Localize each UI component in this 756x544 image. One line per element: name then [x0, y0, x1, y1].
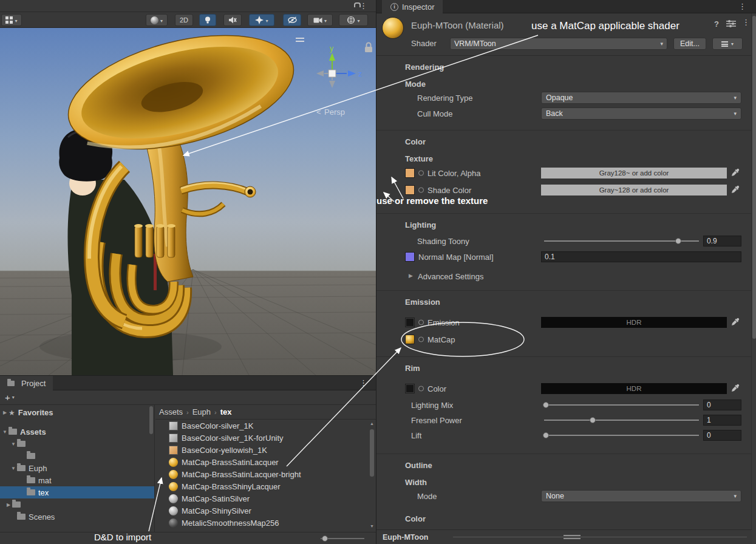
expander-icon[interactable]	[10, 466, 17, 471]
eyedropper-icon[interactable]	[731, 384, 741, 393]
file-item[interactable]: BaseColor-yellowish_1K	[155, 444, 369, 456]
material-preview-footer[interactable]: Euph-MToon	[376, 529, 752, 544]
tree-item-euph[interactable]: Euph	[0, 462, 154, 474]
foldout-arrow-icon[interactable]	[409, 273, 413, 279]
lit-color-field[interactable]: Gray128~ or add color	[541, 168, 727, 178]
shader-dropdown[interactable]: VRM/MToon	[450, 38, 667, 50]
matcap-texture-swatch[interactable]	[405, 335, 415, 344]
file-item[interactable]: BaseColor-silver_1K	[155, 420, 369, 432]
object-picker-icon[interactable]	[418, 337, 424, 342]
gizmos-toggle-button[interactable]	[339, 14, 368, 26]
gizmo-center-cube[interactable]	[329, 70, 336, 77]
rendering-type-dropdown[interactable]: Opaque	[541, 92, 741, 104]
file-item[interactable]: MatCap-SatinSilver	[155, 492, 369, 505]
object-picker-icon[interactable]	[418, 320, 424, 325]
slider-knob[interactable]	[675, 238, 681, 244]
icon-size-slider[interactable]	[321, 538, 364, 539]
slider-knob[interactable]	[543, 432, 549, 438]
tree-item-tex[interactable]: tex	[0, 486, 154, 498]
object-picker-icon[interactable]	[418, 188, 424, 193]
lift-field[interactable]: 0	[703, 430, 741, 441]
shader-menu-button[interactable]	[712, 38, 743, 50]
object-picker-icon[interactable]	[418, 171, 424, 176]
fresnel-power-slider[interactable]	[544, 412, 699, 427]
eyedropper-icon[interactable]	[731, 185, 741, 195]
shading-toony-slider[interactable]	[544, 233, 699, 249]
material-kebab-menu-icon[interactable]	[742, 18, 750, 26]
tree-item-folder[interactable]	[0, 498, 154, 511]
advanced-settings-row[interactable]: Advanced Settings	[376, 270, 752, 283]
object-picker-icon[interactable]	[418, 386, 424, 392]
slider-knob[interactable]	[543, 402, 549, 408]
tab-inspector[interactable]: Inspector	[382, 0, 443, 13]
lighting-toggle-button[interactable]	[199, 14, 216, 26]
file-item[interactable]: MatCap-BrassSatinLacquer-bright	[155, 468, 369, 480]
effects-toggle-button[interactable]	[249, 14, 274, 26]
persp-toggle-icon[interactable]: <	[316, 107, 321, 117]
breadcrumb-assets[interactable]: Assets	[159, 407, 183, 416]
shade-color-field[interactable]: Gray~128 or add color	[541, 185, 727, 195]
fresnel-power-field[interactable]: 1	[703, 415, 741, 426]
file-list-scrollbar-thumb[interactable]	[370, 429, 374, 477]
shading-toony-field[interactable]: 0.9	[703, 236, 741, 246]
icon-size-slider-knob[interactable]	[322, 536, 328, 542]
eyedropper-icon[interactable]	[731, 318, 741, 327]
file-list-scrollbar[interactable]	[369, 421, 375, 529]
tool-settings-button[interactable]	[1, 14, 22, 26]
lighting-mix-slider[interactable]	[544, 397, 699, 412]
expander-icon[interactable]	[1, 429, 9, 435]
inspector-scrollbar[interactable]	[751, 13, 756, 544]
scene-visibility-button[interactable]	[283, 14, 301, 26]
2d-toggle-button[interactable]: 2D	[175, 14, 193, 26]
tree-item-mat[interactable]: mat	[0, 474, 154, 486]
inspector-scrollbar-thumb[interactable]	[752, 16, 756, 339]
project-kebab-menu-icon[interactable]	[359, 379, 367, 387]
persp-label[interactable]: Persp	[324, 107, 345, 117]
lighting-mix-field[interactable]: 0	[703, 399, 741, 410]
preview-drag-handle[interactable]	[564, 535, 581, 539]
emission-color-field[interactable]: HDR	[541, 317, 727, 328]
tree-item-folder[interactable]	[0, 438, 154, 450]
scroll-down-icon[interactable]	[369, 523, 375, 529]
help-icon[interactable]	[714, 19, 719, 29]
file-item[interactable]: MatCap-BrassShinyLacquer	[155, 480, 369, 492]
file-item[interactable]: BaseColor-silver_1K-forUnity	[155, 432, 369, 444]
scroll-up-icon[interactable]	[369, 421, 375, 427]
outline-mode-dropdown[interactable]: None	[541, 490, 741, 502]
lift-slider[interactable]	[544, 427, 699, 443]
slider-knob[interactable]	[590, 417, 596, 423]
file-item[interactable]: MatCap-ShinySilver	[155, 505, 369, 517]
expander-icon[interactable]	[1, 410, 9, 415]
cull-mode-dropdown[interactable]: Back	[541, 107, 741, 120]
tree-item-scenes[interactable]: Scenes	[0, 511, 154, 523]
breadcrumb-euph[interactable]: Euph	[192, 407, 211, 416]
audio-toggle-button[interactable]	[223, 14, 242, 26]
tab-project[interactable]: Project	[0, 376, 53, 390]
normal-map-swatch[interactable]	[405, 252, 415, 262]
expander-icon[interactable]	[10, 441, 17, 447]
tree-scrollbar-thumb[interactable]	[149, 406, 153, 434]
eyedropper-icon[interactable]	[731, 168, 741, 178]
camera-overlay-button[interactable]	[307, 14, 333, 26]
rim-texture-swatch[interactable]	[405, 384, 415, 393]
tree-scrollbar[interactable]	[149, 406, 154, 534]
inspector-kebab-menu-icon[interactable]	[738, 2, 746, 10]
tree-item-folder[interactable]	[0, 450, 154, 462]
emission-texture-swatch[interactable]	[405, 318, 415, 327]
scene-viewport[interactable]: y z < Persp	[0, 28, 376, 375]
shading-mode-button[interactable]	[146, 14, 168, 26]
presets-icon[interactable]	[726, 19, 736, 28]
tree-item-favorites[interactable]: Favorites	[0, 406, 154, 418]
file-item[interactable]: MetalicSmoothnessMap256	[155, 517, 369, 529]
tree-item-assets[interactable]: Assets	[0, 426, 154, 438]
file-item[interactable]: MatCap-BrassSatinLacquer	[155, 456, 369, 468]
add-asset-button[interactable]: +	[5, 392, 15, 403]
project-tab-label: Project	[21, 379, 46, 388]
shader-edit-button[interactable]: Edit...	[673, 38, 706, 50]
rim-color-field[interactable]: HDR	[541, 383, 727, 394]
normal-map-field[interactable]: 0.1	[541, 251, 741, 262]
lit-texture-swatch[interactable]	[405, 168, 415, 178]
shade-texture-swatch[interactable]	[405, 185, 415, 195]
breadcrumb-tex[interactable]: tex	[220, 407, 232, 416]
expander-icon[interactable]	[5, 502, 12, 508]
